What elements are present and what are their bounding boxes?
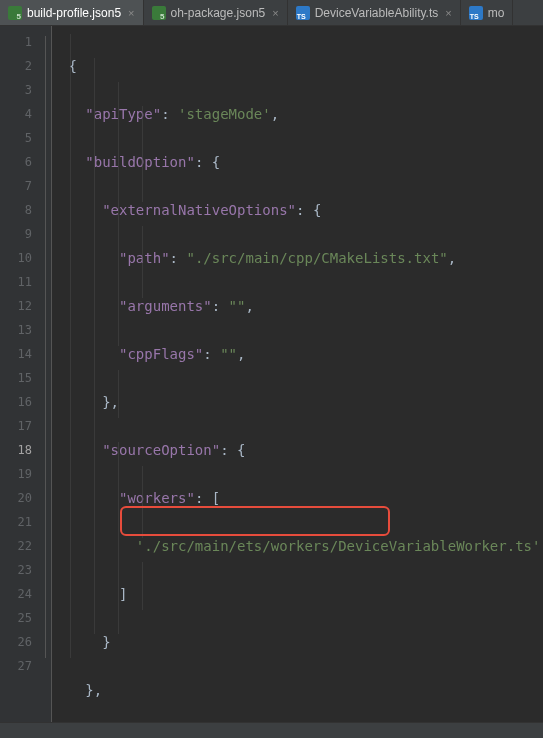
json5-icon [152,6,166,20]
tab-mo[interactable]: mo [461,0,514,25]
line-number: 7 [0,174,32,198]
tab-bar: build-profile.json5 × oh-package.json5 ×… [0,0,543,26]
ts-icon [469,6,483,20]
line-number: 3 [0,78,32,102]
ts-icon [296,6,310,20]
json5-icon [8,6,22,20]
tab-oh-package[interactable]: oh-package.json5 × [144,0,288,25]
line-number: 22 [0,534,32,558]
line-number: 20 [0,486,32,510]
line-number: 2 [0,54,32,78]
line-number: 8 [0,198,32,222]
line-number: 9 [0,222,32,246]
line-number: 25 [0,606,32,630]
line-number: 19 [0,462,32,486]
line-number: 16 [0,390,32,414]
line-number: 13 [0,318,32,342]
line-number: 21 [0,510,32,534]
fold-bar [40,26,52,738]
close-icon[interactable]: × [126,7,134,19]
tab-label: oh-package.json5 [171,6,266,20]
close-icon[interactable]: × [443,7,451,19]
tab-label: build-profile.json5 [27,6,121,20]
code-area[interactable]: { "apiType": 'stageMode', "buildOption":… [52,26,543,738]
tab-label: DeviceVariableAbility.ts [315,6,439,20]
line-number: 18 [0,438,32,462]
editor: 1 2 3 4 5 6 7 8 9 10 11 12 13 14 15 16 1… [0,26,543,738]
line-number: 11 [0,270,32,294]
line-number: 24 [0,582,32,606]
line-number: 14 [0,342,32,366]
line-number: 26 [0,630,32,654]
line-number: 15 [0,366,32,390]
status-bar [0,722,543,738]
close-icon[interactable]: × [270,7,278,19]
line-number: 6 [0,150,32,174]
annotation-highlight [120,506,390,536]
tab-build-profile[interactable]: build-profile.json5 × [0,0,144,25]
line-number: 1 [0,30,32,54]
line-number: 23 [0,558,32,582]
line-number: 10 [0,246,32,270]
line-number: 5 [0,126,32,150]
line-number: 27 [0,654,32,678]
tab-device-variable-ability[interactable]: DeviceVariableAbility.ts × [288,0,461,25]
line-number: 17 [0,414,32,438]
line-number: 12 [0,294,32,318]
gutter: 1 2 3 4 5 6 7 8 9 10 11 12 13 14 15 16 1… [0,26,40,738]
tab-label: mo [488,6,505,20]
line-number: 4 [0,102,32,126]
